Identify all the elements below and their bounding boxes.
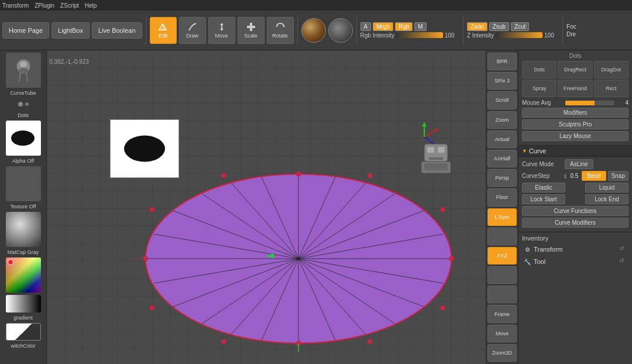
curve-mode-value-btn[interactable]: AsLine [565,159,593,169]
dragdot-btn[interactable]: DragDot [594,61,628,78]
witch-color-preview[interactable] [6,323,41,341]
material-sphere[interactable] [301,18,326,43]
lsym-button[interactable]: L.Sym [487,208,517,226]
liquid-btn[interactable]: Liquid [585,183,628,193]
svg-rect-43 [441,207,445,211]
rgba-controls: A Mrgb Rgb M Rgb Intensity 100 [360,22,459,39]
lock-start-btn[interactable]: Lock Start [522,194,565,204]
side-empty-3 [487,286,517,303]
home-page-button[interactable]: Home Page [2,22,49,39]
menu-help[interactable]: Help [85,2,97,9]
scale-tool-button[interactable]: Scale [238,17,265,44]
bend-btn[interactable]: Bend [582,171,606,181]
inventory-transform-item[interactable]: ⚙ Transform ↺ [522,244,628,255]
live-boolean-button[interactable]: Live Boolean [92,22,142,39]
rgb-intensity-label: Rgb Intensity [360,32,394,39]
focal-label: Foc [566,23,576,30]
toolbar-separator-5 [562,16,563,45]
rgb-intensity-slider[interactable] [396,32,443,38]
inventory-title: Inventory [522,235,628,242]
z-intensity-label: Z Intensity [467,32,494,39]
transform-reset-icon[interactable]: ↺ [619,245,627,253]
inventory-section: Inventory ⚙ Transform ↺ 🔧 Tool ↺ [518,232,632,271]
dots-btn[interactable]: Dots [522,61,557,78]
color-picker[interactable] [6,257,41,293]
actual-button[interactable]: Actual [487,131,517,148]
canvas-area[interactable]: 0.382,-1,-0.923 [47,50,486,364]
matcap-label: MatCap Gray [8,249,39,255]
spix-button[interactable]: SPix 3 [487,72,517,90]
toolbar-separator-4 [463,16,463,45]
dragrect-btn[interactable]: DragRect [558,61,592,78]
tool-reset-icon[interactable]: ↺ [619,257,627,266]
texture-preview[interactable] [6,166,41,201]
side-empty-2 [487,266,517,284]
snap-btn[interactable]: Snap [608,171,628,181]
menu-transform[interactable]: Transform [2,2,29,9]
alpha-off-label: Alpha Off [12,158,34,164]
curve-section-header[interactable]: ▼ Curve [518,146,632,157]
svg-rect-47 [221,339,225,344]
svg-rect-42 [368,173,372,177]
floor-button[interactable]: Floor [487,188,517,206]
side-empty-1 [487,228,517,245]
svg-line-7 [26,72,28,82]
rotate-tool-button[interactable]: Rotate [267,17,294,44]
lock-end-btn[interactable]: Lock End [585,194,628,204]
sculptris-pro-button[interactable]: Sculptris Pro [522,119,628,129]
rgb-toggle[interactable]: Rgb [395,22,413,31]
zoom-button[interactable]: Zoom [487,111,517,129]
curve-arrow-icon: ▼ [522,148,527,154]
mrgb-toggle[interactable]: Mrgb [373,22,393,31]
transform-icon: ⚙ [523,245,531,253]
persp-button[interactable]: Persp [487,169,517,187]
zoom3d-button[interactable]: Zoom3D [487,344,517,362]
move-3d-button[interactable]: Move [487,325,517,342]
modifiers-row: Modifiers [522,108,628,118]
edit-tool-button[interactable]: Edit [150,17,177,44]
draw-tool-button[interactable]: Draw [179,17,206,44]
menu-zplugin[interactable]: ZPlugin [35,2,54,9]
inventory-tool-item[interactable]: 🔧 Tool ↺ [522,256,628,267]
coordinates-display: 0.382,-1,-0.923 [49,59,89,65]
scroll-button[interactable]: Scroll [487,91,517,109]
viewport-gizmo[interactable] [418,141,454,182]
dots-title: Dots [522,53,628,59]
zsub-button[interactable]: Zsub [489,22,509,31]
matcap-preview[interactable] [6,212,41,247]
move-tool-button[interactable]: Move [208,17,235,44]
top-menu-bar: Transform ZPlugin ZScript Help [0,0,632,11]
xyz-button[interactable]: XYZ [487,247,517,265]
menu-zscript[interactable]: ZScript [60,2,79,9]
gradient-preview[interactable] [6,295,41,313]
mouse-avg-slider[interactable] [565,101,614,105]
elastic-btn[interactable]: Elastic [522,183,565,193]
svg-rect-2 [250,23,252,31]
svg-rect-63 [438,147,445,153]
curve-step-slider[interactable] [565,174,566,178]
bpr-button[interactable]: BPR [487,53,517,70]
dots-grid: Dots DragRect DragDot Spray FreeHand Rec… [522,61,628,97]
sculptris-row: Sculptris Pro [522,119,628,129]
lazy-mouse-button[interactable]: Lazy Mouse [522,131,628,141]
rgb-intensity-value: 100 [445,32,459,39]
brush-icon[interactable] [6,53,41,88]
lightbox-button[interactable]: LightBox [51,22,90,39]
modifiers-button[interactable]: Modifiers [522,108,628,118]
a-toggle[interactable]: A [360,22,372,31]
curve-modifiers-row: Curve Modifiers [522,218,628,228]
curve-functions-btn[interactable]: Curve Functions [522,206,628,216]
rect-btn[interactable]: Rect [594,80,628,97]
aahalf-button[interactable]: AAHalf [487,150,517,167]
transform-label: Transform [534,246,563,253]
zadd-button[interactable]: Zadd [467,22,487,31]
z-intensity-slider[interactable] [496,32,542,38]
alpha-preview[interactable] [6,121,41,156]
zcut-button[interactable]: Zcut [511,22,529,31]
color-picker-ball[interactable] [328,18,353,43]
frame-button[interactable]: Frame [487,305,517,322]
m-toggle[interactable]: M [414,22,426,31]
freehand-btn[interactable]: FreeHand [558,80,592,97]
spray-btn[interactable]: Spray [522,80,557,97]
curve-modifiers-btn[interactable]: Curve Modifiers [522,218,628,228]
